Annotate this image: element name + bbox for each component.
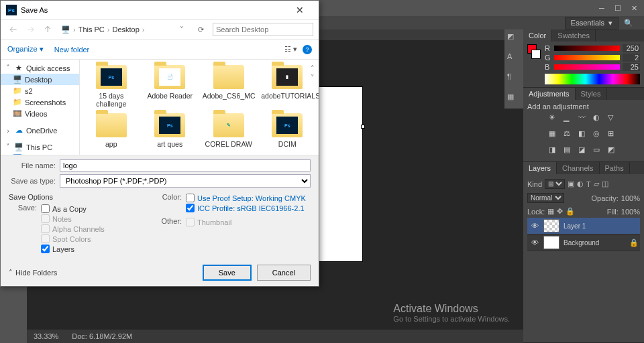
visibility-toggle[interactable]: 👁 xyxy=(530,222,539,230)
layer-name[interactable]: Layer 1 xyxy=(564,222,637,230)
tab-styles[interactable]: Styles xyxy=(576,88,607,100)
r-slider[interactable] xyxy=(554,46,620,51)
tree-quick-access[interactable]: ˅★Quick access xyxy=(1,62,79,74)
folder-item[interactable]: Ps15 days challenge xyxy=(83,64,140,109)
filter-image-icon[interactable]: ▣ xyxy=(568,180,574,188)
character-panel-icon[interactable]: A xyxy=(507,52,521,66)
search-input[interactable] xyxy=(213,23,313,36)
refresh-button[interactable]: ⟳ xyxy=(193,23,209,36)
pc-icon: 🖥️ xyxy=(61,25,70,34)
opacity-value[interactable]: 100% xyxy=(621,194,640,202)
color-balance-icon[interactable]: ⚖ xyxy=(564,129,574,140)
tree-onedrive[interactable]: ›☁OneDrive xyxy=(1,125,79,136)
visibility-toggle[interactable]: 👁 xyxy=(530,238,539,247)
folder-item[interactable]: ✎COREL DRAW xyxy=(200,112,258,149)
window-minimize-button[interactable]: ─ xyxy=(594,3,609,13)
tab-swatches[interactable]: Swatches xyxy=(552,29,596,42)
icc-profile-checkbox[interactable]: ICC Profile: sRGB IEC61966-2.1 xyxy=(186,203,306,213)
dropdown-history-button[interactable]: ˅ xyxy=(175,23,189,36)
selective-color-icon[interactable]: ◩ xyxy=(608,145,619,156)
folder-item[interactable]: Psart ques xyxy=(142,112,199,149)
g-value[interactable]: 2 xyxy=(623,54,640,62)
view-mode-button[interactable]: ☷ ▾ xyxy=(284,45,297,54)
layer-thumbnail[interactable] xyxy=(543,219,559,232)
posterize-icon[interactable]: ▤ xyxy=(564,145,574,156)
opacity-label: Opacity: xyxy=(592,194,619,202)
nav-up-button[interactable]: 🡡 xyxy=(41,23,54,36)
layer-row[interactable]: 👁 Layer 1 xyxy=(527,218,640,234)
r-value[interactable]: 250 xyxy=(623,44,640,52)
proof-setup-checkbox[interactable]: Use Proof Setup: Working CMYK xyxy=(186,193,306,203)
save-type-select[interactable]: Photoshop PDF (*.PDF;*.PDP) xyxy=(60,174,311,188)
save-as-dialog: Ps Save As ✕ 🡠 🡢 🡡 🖥️ › This PC › Deskto… xyxy=(0,0,319,287)
filter-kind-select[interactable]: ⊞ xyxy=(545,179,565,189)
layer-name[interactable]: Background xyxy=(564,239,625,247)
vertical-scrollbar[interactable]: ˄˅ xyxy=(308,64,317,151)
tree-screenshots[interactable]: 📁Screenshots xyxy=(1,96,79,108)
tab-layers[interactable]: Layers xyxy=(523,162,557,174)
threshold-icon[interactable]: ◪ xyxy=(578,145,589,156)
photo-filter-icon[interactable]: ◎ xyxy=(593,129,604,140)
brightness-icon[interactable]: ☀ xyxy=(549,113,559,124)
cancel-button[interactable]: Cancel xyxy=(257,265,311,281)
tab-channels[interactable]: Channels xyxy=(557,162,599,174)
tab-paths[interactable]: Paths xyxy=(600,162,630,174)
folder-item[interactable]: app xyxy=(83,112,140,149)
folder-item[interactable]: 📄Adobe Reader xyxy=(142,64,199,109)
filter-shape-icon[interactable]: ▱ xyxy=(594,180,599,188)
layers-checkbox[interactable]: Layers xyxy=(41,244,105,254)
new-folder-button[interactable]: New folder xyxy=(54,46,90,54)
foreground-background-swatch[interactable] xyxy=(527,44,541,84)
organize-menu[interactable]: Organize ▾ xyxy=(7,45,44,54)
fill-value[interactable]: 100% xyxy=(621,208,640,216)
hide-folders-toggle[interactable]: ˄Hide Folders xyxy=(9,269,57,277)
file-name-input[interactable] xyxy=(60,159,311,172)
b-value[interactable]: 25 xyxy=(623,63,640,71)
dialog-close-button[interactable]: ✕ xyxy=(286,5,313,15)
channel-mixer-icon[interactable]: ⊞ xyxy=(608,129,619,140)
b-slider[interactable] xyxy=(554,64,620,70)
layer-row[interactable]: 👁 Background 🔒 xyxy=(527,234,640,251)
library-panel-icon[interactable]: ▦ xyxy=(507,92,521,106)
bw-icon[interactable]: ◧ xyxy=(578,129,589,140)
lock-all-icon[interactable]: 🔒 xyxy=(566,207,575,216)
filter-smart-icon[interactable]: ◫ xyxy=(602,180,608,188)
navigation-tree[interactable]: ˅★Quick access 🖥️Desktop 📁s2 📁Screenshot… xyxy=(1,60,80,155)
window-close-button[interactable]: ✕ xyxy=(627,3,641,13)
address-breadcrumb[interactable]: 🖥️ › This PC › Desktop › xyxy=(58,25,171,34)
save-button[interactable]: Save xyxy=(203,265,252,281)
search-icon[interactable]: 🔍 xyxy=(624,19,633,27)
blend-mode-select[interactable]: Normal xyxy=(527,193,564,203)
nav-forward-button[interactable]: 🡢 xyxy=(23,23,37,36)
history-panel-icon[interactable]: ◩ xyxy=(507,32,521,46)
g-slider[interactable] xyxy=(554,55,620,60)
vibrance-icon[interactable]: ▽ xyxy=(608,113,619,124)
lock-pixels-icon[interactable]: ▦ xyxy=(547,207,554,216)
nav-back-button[interactable]: 🡠 xyxy=(6,23,19,36)
invert-icon[interactable]: ◨ xyxy=(549,145,559,156)
filter-text-icon[interactable]: T xyxy=(586,180,591,188)
tab-color[interactable]: Color xyxy=(523,29,552,42)
tree-videos[interactable]: 🎞️Videos xyxy=(1,108,79,119)
filter-adjust-icon[interactable]: ◐ xyxy=(577,180,584,188)
tree-desktop[interactable]: 🖥️Desktop xyxy=(1,74,79,85)
transform-handle[interactable] xyxy=(361,125,365,129)
window-maximize-button[interactable]: ☐ xyxy=(610,3,625,13)
folder-item[interactable]: Adobe_CS6_MC xyxy=(200,64,258,109)
color-spectrum[interactable] xyxy=(545,74,640,84)
gradient-map-icon[interactable]: ▭ xyxy=(593,145,604,156)
as-copy-checkbox[interactable]: As a Copy xyxy=(41,204,105,214)
hue-icon[interactable]: ▦ xyxy=(549,129,559,140)
paragraph-panel-icon[interactable]: ¶ xyxy=(507,72,521,86)
lock-position-icon[interactable]: ✥ xyxy=(557,207,563,216)
workspace-switcher[interactable]: Essentials ▾ xyxy=(565,17,619,29)
zoom-level[interactable]: 33.33% xyxy=(34,332,58,340)
levels-icon[interactable]: ▁ xyxy=(564,113,574,124)
layer-thumbnail[interactable] xyxy=(543,236,559,249)
tree-this-pc[interactable]: ˅🖥️This PC xyxy=(1,141,79,153)
curves-icon[interactable]: 〰 xyxy=(578,113,589,124)
help-icon[interactable]: ? xyxy=(303,45,312,54)
exposure-icon[interactable]: ◐ xyxy=(593,113,604,124)
tree-s2[interactable]: 📁s2 xyxy=(1,85,79,96)
tab-adjustments[interactable]: Adjustments xyxy=(523,88,576,100)
